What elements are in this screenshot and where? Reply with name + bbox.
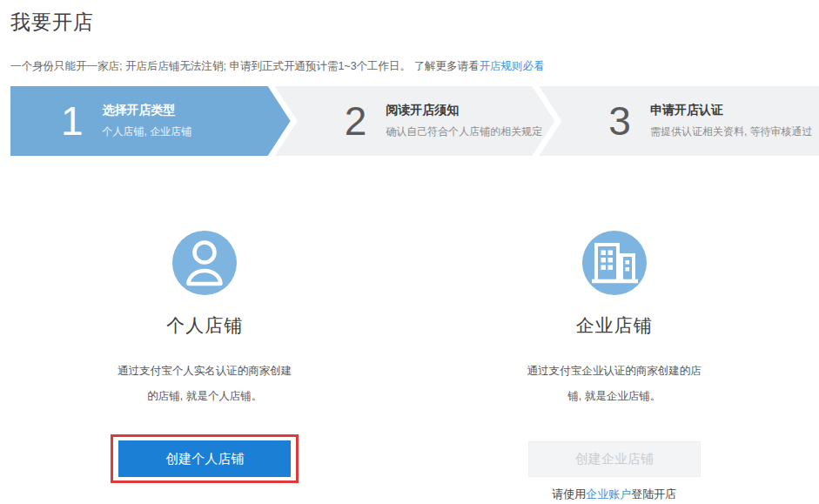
personal-shop-desc-line2: 的店铺, 就是个人店铺。	[117, 384, 292, 409]
step-1-text: 选择开店类型 个人店铺, 企业店铺	[103, 103, 192, 139]
step-2-number: 2	[345, 101, 367, 141]
note-suffix: 登陆开店	[631, 487, 676, 501]
create-enterprise-shop-button: 创建企业店铺	[528, 441, 701, 477]
shop-type-options: 个人店铺 通过支付宝个人实名认证的商家创建 的店铺, 就是个人店铺。 创建个人店…	[0, 231, 819, 502]
step-wizard: 1 选择开店类型 个人店铺, 企业店铺 2 阅读开店须知 确认自己符合个人店铺的…	[10, 86, 819, 156]
intro-text: 一个身份只能开一家店; 开店后店铺无法注销; 申请到正式开通预计需1~3个工作日…	[0, 59, 819, 74]
note-prefix: 请使用	[552, 487, 586, 501]
step-3-number: 3	[608, 101, 631, 141]
step-3-title: 申请开店认证	[650, 103, 813, 118]
step-3-apply-certification: 3 申请开店认证 需提供认证相关资料, 等待审核通过	[539, 86, 819, 156]
step-1-content: 1 选择开店类型 个人店铺, 企业店铺	[10, 101, 191, 141]
personal-shop-description: 通过支付宝个人实名认证的商家创建 的店铺, 就是个人店铺。	[117, 359, 292, 409]
step-1-title: 选择开店类型	[103, 103, 192, 118]
step-2-read-notice: 2 阅读开店须知 确认自己符合个人店铺的相关规定	[275, 86, 555, 156]
personal-shop-button-area: 创建个人店铺	[111, 433, 299, 484]
create-personal-shop-button[interactable]: 创建个人店铺	[118, 440, 291, 477]
enterprise-shop-desc-line1: 通过支付宝企业认证的商家创建的店	[527, 359, 702, 384]
personal-shop-desc-line1: 通过支付宝个人实名认证的商家创建	[117, 359, 292, 384]
enterprise-shop-button-area: 创建企业店铺	[528, 433, 701, 484]
personal-shop-title: 个人店铺	[166, 313, 243, 338]
personal-shop-option: 个人店铺 通过支付宝个人实名认证的商家创建 的店铺, 就是个人店铺。 创建个人店…	[0, 231, 410, 502]
enterprise-account-note: 请使用企业账户登陆开店	[552, 487, 676, 502]
highlight-box: 创建个人店铺	[111, 434, 299, 483]
person-icon	[172, 231, 237, 295]
step-2-title: 阅读开店须知	[386, 103, 542, 118]
enterprise-shop-description: 通过支付宝企业认证的商家创建的店 铺, 就是企业店铺。	[527, 359, 702, 409]
step-1-select-shop-type: 1 选择开店类型 个人店铺, 企业店铺	[10, 86, 291, 156]
enterprise-shop-option: 企业店铺 通过支付宝企业认证的商家创建的店 铺, 就是企业店铺。 创建企业店铺 …	[410, 231, 819, 502]
open-shop-page: 我要开店 一个身份只能开一家店; 开店后店铺无法注销; 申请到正式开通预计需1~…	[0, 0, 819, 504]
step-3-subtitle: 需提供认证相关资料, 等待审核通过	[650, 124, 813, 139]
enterprise-shop-title: 企业店铺	[576, 313, 653, 338]
intro-text-body: 一个身份只能开一家店; 开店后店铺无法注销; 申请到正式开通预计需1~3个工作日…	[10, 60, 480, 72]
page-title: 我要开店	[0, 0, 819, 36]
enterprise-shop-desc-line2: 铺, 就是企业店铺。	[527, 384, 702, 409]
step-1-subtitle: 个人店铺, 企业店铺	[103, 124, 192, 139]
step-3-content: 3 申请开店认证 需提供认证相关资料, 等待审核通过	[539, 101, 812, 141]
building-icon	[582, 231, 647, 295]
step-2-subtitle: 确认自己符合个人店铺的相关规定	[386, 124, 542, 139]
enterprise-account-link[interactable]: 企业账户	[586, 487, 631, 501]
step-2-content: 2 阅读开店须知 确认自己符合个人店铺的相关规定	[275, 101, 543, 141]
step-3-text: 申请开店认证 需提供认证相关资料, 等待审核通过	[650, 103, 813, 139]
step-1-number: 1	[61, 101, 84, 141]
shop-rules-link[interactable]: 开店规则必看	[480, 60, 545, 72]
step-2-text: 阅读开店须知 确认自己符合个人店铺的相关规定	[386, 103, 542, 139]
